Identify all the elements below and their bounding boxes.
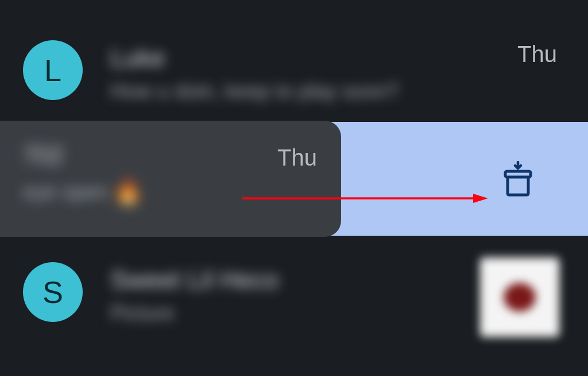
fire-emoji-icon: 🔥 [114, 178, 142, 205]
conversation-content: Luke How u doin, keep to play soon? [110, 40, 565, 103]
avatar: L [23, 40, 83, 100]
conversation-item[interactable]: S Sweet Lil Heco Picture [0, 237, 588, 352]
avatar-letter: L [44, 52, 61, 88]
archive-icon [502, 161, 534, 197]
image-thumbnail [480, 258, 559, 337]
sender-name: 702 [23, 141, 318, 169]
timestamp: Thu [517, 41, 557, 67]
avatar-letter: S [42, 274, 63, 310]
message-preview: How u doin, keep to play soon? [110, 79, 565, 103]
conversation-card[interactable]: 702 eye open 🔥 Thu [0, 121, 341, 237]
conversation-item-swiped[interactable]: 702 eye open 🔥 Thu [0, 121, 588, 237]
sender-name: Luke [110, 44, 565, 72]
svg-rect-0 [505, 171, 531, 177]
conversation-list: L Luke How u doin, keep to play soon? Th… [0, 0, 588, 376]
avatar: S [23, 262, 83, 322]
conversation-content: 702 eye open 🔥 [23, 141, 318, 205]
timestamp: Thu [277, 145, 317, 171]
message-preview: eye open 🔥 [23, 178, 318, 205]
conversation-item[interactable]: L Luke How u doin, keep to play soon? Th… [0, 0, 588, 121]
